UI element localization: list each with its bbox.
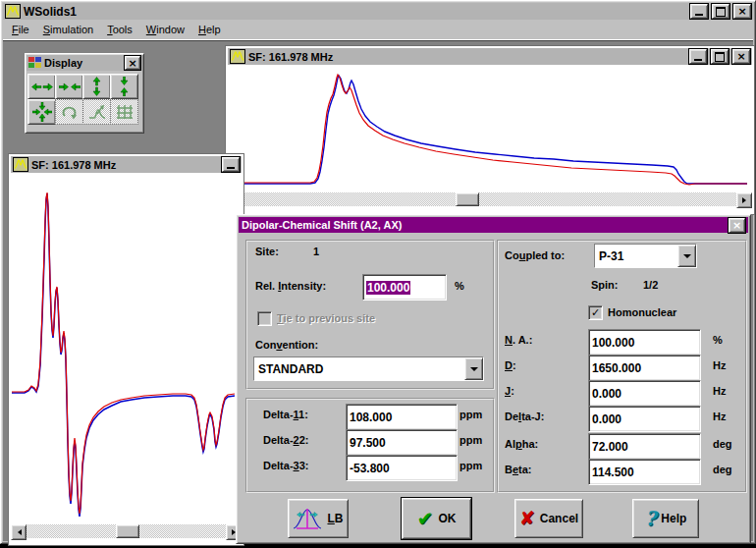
arrows-collapse-horizontal-icon: [59, 82, 81, 91]
close-button[interactable]: ×: [125, 56, 140, 70]
coupled-to-label: Coupled to:: [505, 249, 565, 261]
minimize-button[interactable]: [690, 4, 708, 19]
check-icon: ✓: [591, 307, 600, 318]
spectrum-window-left: SF: 161.978 MHz: [8, 153, 244, 546]
menu-file[interactable]: File: [12, 24, 29, 35]
ok-button[interactable]: ✔ OK: [402, 498, 471, 539]
spectrum-left-curve-blue: [12, 193, 235, 517]
convention-dropdown-button[interactable]: [464, 357, 483, 380]
minimize-icon: [695, 14, 703, 16]
display-toolbar-window: Display ×: [25, 53, 144, 134]
spectrum-top-curve-red: [228, 75, 747, 185]
dialog-titlebar[interactable]: Dipolar-Chemical Shift (A2, AX) ×: [239, 217, 748, 233]
collapse-horizontal-button[interactable]: [55, 74, 83, 99]
scroll-left-button[interactable]: [11, 524, 27, 540]
scroll-right-button[interactable]: [736, 192, 752, 208]
delta-11-unit: ppm: [459, 409, 482, 420]
center-arrows-button[interactable]: [27, 99, 56, 125]
close-button[interactable]: ×: [733, 4, 751, 19]
maximize-icon: [715, 52, 725, 62]
red-x-icon: ✘: [519, 510, 535, 527]
dipolar-chemical-shift-dialog: Dipolar-Chemical Shift (A2, AX) × Site: …: [236, 214, 751, 544]
d-unit: Hz: [713, 359, 726, 371]
site-label: Site:: [255, 246, 279, 257]
menu-tools[interactable]: Tools: [107, 24, 133, 35]
close-button[interactable]: ×: [729, 218, 745, 233]
delta-33-input[interactable]: -53.800: [346, 455, 458, 481]
spectrum-left-plot[interactable]: [11, 173, 242, 524]
spectrum-top-title: SF: 161.978 MHz: [248, 51, 333, 63]
j-label: J:: [505, 385, 514, 397]
beta-input[interactable]: 114.500: [588, 459, 701, 485]
delta-22-label: Delta-22:: [263, 434, 308, 446]
maximize-button[interactable]: [712, 4, 729, 19]
arrows-expand-vertical-icon: [92, 77, 101, 96]
main-titlebar[interactable]: WSolids1 ×: [3, 3, 753, 20]
display-titlebar[interactable]: Display ×: [27, 55, 142, 71]
cancel-button[interactable]: ✘ Cancel: [514, 499, 583, 538]
na-input[interactable]: 100.000: [588, 329, 701, 356]
menu-help[interactable]: Help: [198, 24, 221, 35]
spin-label: Spin:: [591, 279, 619, 291]
delta-22-unit: ppm: [459, 434, 482, 446]
alpha-input[interactable]: 72.000: [588, 433, 701, 460]
coupled-to-value: P-31: [595, 245, 677, 267]
close-icon: ×: [732, 221, 741, 230]
na-unit: %: [713, 334, 723, 346]
minimize-button[interactable]: [222, 157, 240, 172]
scroll-thumb[interactable]: [116, 524, 139, 538]
close-button[interactable]: ×: [732, 49, 750, 64]
rel-intensity-unit: %: [455, 280, 464, 292]
triangle-right-icon: [742, 197, 749, 203]
spectrum-window-top: SF: 161.978 MHz ×: [225, 45, 755, 215]
convention-combobox[interactable]: STANDARD: [253, 356, 484, 381]
rel-intensity-input[interactable]: 100.000: [362, 274, 447, 301]
convention-value: STANDARD: [254, 357, 464, 380]
tie-previous-site-checkbox: [257, 311, 272, 326]
menu-window[interactable]: Window: [146, 24, 185, 35]
na-label: N. A.:: [505, 334, 532, 346]
spectrum-top-plot[interactable]: [228, 65, 752, 192]
lineshape-broadening-icon: [293, 506, 322, 531]
spectrum-top-titlebar[interactable]: SF: 161.978 MHz ×: [228, 48, 752, 65]
arrows-collapse-vertical-icon: [120, 77, 129, 96]
minimize-icon: [694, 59, 702, 61]
j-unit: Hz: [713, 385, 726, 397]
coupled-to-combobox[interactable]: P-31: [594, 244, 697, 268]
expand-vertical-button[interactable]: [82, 74, 111, 99]
minimize-button[interactable]: [689, 49, 707, 64]
delta-11-input[interactable]: 108.000: [346, 404, 458, 430]
help-button[interactable]: ? Help: [632, 499, 699, 538]
spectrum-left-title: SF: 161.978 MHz: [31, 159, 116, 171]
display-title: Display: [44, 57, 82, 69]
scroll-track[interactable]: [243, 192, 736, 206]
homonuclear-checkbox[interactable]: ✓: [588, 305, 603, 320]
maximize-button[interactable]: [711, 49, 729, 64]
chevron-down-icon: [470, 367, 478, 375]
peak-expand-icon: [88, 104, 106, 120]
lb-button[interactable]: LB: [288, 499, 349, 538]
delta-j-unit: Hz: [713, 411, 726, 422]
j-input[interactable]: 0.000: [588, 380, 701, 407]
spectrum-top-curve-blue: [228, 76, 747, 184]
convention-label: Convention:: [255, 339, 318, 351]
spectrum-left-hscrollbar[interactable]: [11, 524, 242, 538]
triangle-left-icon: [15, 529, 22, 535]
cancel-button-label: Cancel: [540, 512, 578, 525]
expand-horizontal-button[interactable]: [27, 74, 56, 99]
menu-simulation[interactable]: Simulation: [43, 24, 93, 35]
scroll-track[interactable]: [27, 524, 226, 538]
help-button-label: Help: [661, 512, 686, 525]
delta-22-input[interactable]: 97.500: [346, 429, 458, 456]
spectrum-left-titlebar[interactable]: SF: 161.978 MHz: [11, 156, 242, 173]
dialog-title: Dipolar-Chemical Shift (A2, AX): [242, 219, 402, 231]
delta-j-input[interactable]: 0.000: [588, 406, 701, 432]
scroll-thumb[interactable]: [456, 192, 479, 206]
spin-value: 1/2: [643, 279, 658, 291]
collapse-vertical-button[interactable]: [110, 74, 138, 99]
menu-bar: File Simulation Tools Window Help: [3, 20, 753, 40]
coupled-dropdown-button[interactable]: [677, 245, 696, 267]
d-input[interactable]: 1650.000: [588, 355, 701, 381]
spectrum-doc-icon: [230, 49, 245, 64]
spectrum-top-hscrollbar[interactable]: [228, 192, 752, 206]
